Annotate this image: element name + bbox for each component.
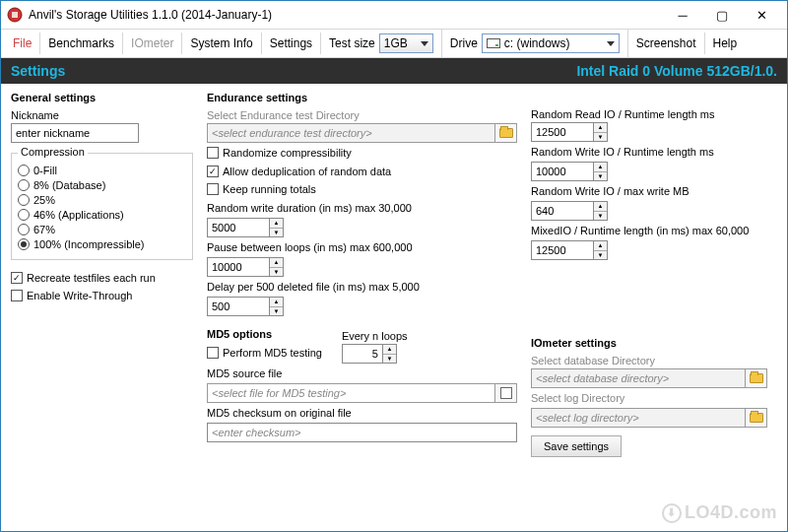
iometer-db-select[interactable]: <select database directory> xyxy=(531,368,767,388)
radio-icon xyxy=(18,238,30,250)
pause-spinner[interactable]: 10000▲▼ xyxy=(207,257,284,277)
endurance-col: Endurance settings Select Endurance test… xyxy=(207,92,517,523)
iometer-title: IOmeter settings xyxy=(531,337,767,349)
keep-checkbox-row[interactable]: Keep running totals xyxy=(207,183,517,195)
test-size-select[interactable]: 1GB xyxy=(379,33,433,53)
read-label: Random Read IO / Runtime length ms xyxy=(531,108,767,120)
drive-select[interactable]: c: (windows) xyxy=(482,33,620,53)
delay-label: Delay per 500 deleted file (in ms) max 5… xyxy=(207,281,517,293)
endurance-dir-label: Select Endurance test Directory xyxy=(207,109,517,121)
menu-help[interactable]: Help xyxy=(705,33,746,54)
watermark-text: LO4D.com xyxy=(685,502,777,523)
test-size-value: 1GB xyxy=(384,36,408,50)
general-title: General settings xyxy=(11,92,193,103)
pause-label: Pause between loops (in ms) max 600,000 xyxy=(207,241,517,253)
app-icon xyxy=(7,7,23,23)
checkbox-icon: ✓ xyxy=(11,272,23,284)
compression-option-label: 46% (Applications) xyxy=(33,209,124,221)
dedup-label: Allow deduplication of random data xyxy=(223,166,391,177)
rw-duration-spinner[interactable]: 5000▲▼ xyxy=(207,218,284,237)
watermark-icon: ⬇ xyxy=(662,503,682,523)
every-n-spinner[interactable]: 5▲▼ xyxy=(342,344,397,364)
checkbox-icon: ✓ xyxy=(207,166,219,177)
menu-system-info[interactable]: System Info xyxy=(182,33,261,54)
iometer-log-select[interactable]: <select log directory> xyxy=(531,408,767,428)
test-size-label: Test size xyxy=(329,36,375,50)
compression-option[interactable]: 8% (Database) xyxy=(18,179,186,191)
maxwrite-spinner[interactable]: 640▲▼ xyxy=(531,201,608,221)
iometer-log-label: Select log Directory xyxy=(531,392,767,404)
md5-checksum-input[interactable] xyxy=(207,423,517,442)
md5-source-placeholder: <select file for MD5 testing> xyxy=(208,387,494,399)
test-size-control: Test size 1GB xyxy=(321,30,442,57)
compression-option[interactable]: 25% xyxy=(18,194,186,206)
browse-button[interactable] xyxy=(745,409,766,427)
titlebar: Anvil's Storage Utilities 1.1.0 (2014-Ja… xyxy=(1,1,787,29)
randomize-checkbox-row[interactable]: Randomize compressibility xyxy=(207,147,517,159)
save-settings-button[interactable]: Save settings xyxy=(531,435,622,457)
compression-option[interactable]: 100% (Incompressible) xyxy=(18,238,186,250)
dedup-checkbox-row[interactable]: ✓ Allow deduplication of random data xyxy=(207,166,517,177)
drive-icon xyxy=(487,38,500,48)
md5-title: MD5 options xyxy=(207,328,322,340)
read-spinner[interactable]: 12500▲▼ xyxy=(531,122,608,142)
checkbox-icon xyxy=(207,183,219,195)
md5-checksum-label: MD5 checksum on original file xyxy=(207,407,517,419)
perform-md5-label: Perform MD5 testing xyxy=(223,347,322,359)
compression-option-label: 67% xyxy=(33,224,55,235)
perform-md5-checkbox-row[interactable]: Perform MD5 testing xyxy=(207,347,322,359)
compression-option-label: 100% (Incompressible) xyxy=(33,238,145,250)
browse-file-button[interactable] xyxy=(494,384,516,402)
svg-rect-1 xyxy=(12,12,18,18)
toolbar: File Benchmarks IOmeter System Info Sett… xyxy=(1,29,787,58)
menu-screenshot[interactable]: Screenshot xyxy=(628,33,705,54)
nickname-input[interactable] xyxy=(11,123,139,143)
folder-icon xyxy=(750,413,763,423)
drive-label: Drive xyxy=(450,36,478,50)
window-title: Anvil's Storage Utilities 1.1.0 (2014-Ja… xyxy=(29,8,663,22)
mixed-label: MixedIO / Runtime length (in ms) max 60,… xyxy=(531,225,767,236)
compression-option[interactable]: 46% (Applications) xyxy=(18,209,186,221)
radio-icon xyxy=(18,165,30,176)
menu-settings[interactable]: Settings xyxy=(262,33,321,54)
write-through-checkbox-row[interactable]: Enable Write-Through xyxy=(11,290,193,301)
checkbox-icon xyxy=(207,147,219,159)
watermark: ⬇ LO4D.com xyxy=(662,502,777,523)
close-button[interactable]: ✕ xyxy=(742,3,781,27)
content: General settings Nickname Compression 0-… xyxy=(1,84,787,531)
menu-benchmarks[interactable]: Benchmarks xyxy=(40,33,123,54)
recreate-checkbox-row[interactable]: ✓ Recreate testfiles each run xyxy=(11,272,193,284)
compression-option[interactable]: 67% xyxy=(18,224,186,235)
radio-icon xyxy=(18,179,30,191)
menu-file[interactable]: File xyxy=(5,33,40,54)
maximize-button[interactable]: ▢ xyxy=(702,3,742,27)
maxwrite-label: Random Write IO / max write MB xyxy=(531,185,767,197)
endurance-dir-placeholder: <select endurance test directory> xyxy=(208,127,494,139)
drive-value: c: (windows) xyxy=(500,36,607,50)
checkbox-icon xyxy=(11,290,23,301)
file-icon xyxy=(500,387,512,399)
banner-device: Intel Raid 0 Volume 512GB/1.0. xyxy=(576,63,777,79)
browse-button[interactable] xyxy=(745,369,766,387)
chevron-down-icon xyxy=(607,41,615,46)
compression-legend: Compression xyxy=(18,146,88,158)
menu-iometer[interactable]: IOmeter xyxy=(123,33,182,54)
folder-icon xyxy=(499,128,513,138)
md5-source-select[interactable]: <select file for MD5 testing> xyxy=(207,383,517,403)
endurance-dir-select[interactable]: <select endurance test directory> xyxy=(207,123,517,143)
drive-control: Drive c: (windows) xyxy=(442,30,628,57)
every-n-label: Every n loops xyxy=(342,330,408,342)
radio-icon xyxy=(18,224,30,235)
minimize-button[interactable]: ─ xyxy=(663,3,702,27)
write-label: Random Write IO / Runtime length ms xyxy=(531,146,767,158)
compression-option[interactable]: 0-Fill xyxy=(18,165,186,176)
folder-icon xyxy=(750,373,763,383)
browse-button[interactable] xyxy=(494,124,516,142)
write-spinner[interactable]: 10000▲▼ xyxy=(531,162,608,181)
mixed-spinner[interactable]: 12500▲▼ xyxy=(531,240,608,260)
delay-spinner[interactable]: 500▲▼ xyxy=(207,297,284,316)
randomize-label: Randomize compressibility xyxy=(223,147,352,159)
write-through-label: Enable Write-Through xyxy=(27,290,132,301)
app-window: Anvil's Storage Utilities 1.1.0 (2014-Ja… xyxy=(0,0,788,532)
radio-icon xyxy=(18,209,30,221)
